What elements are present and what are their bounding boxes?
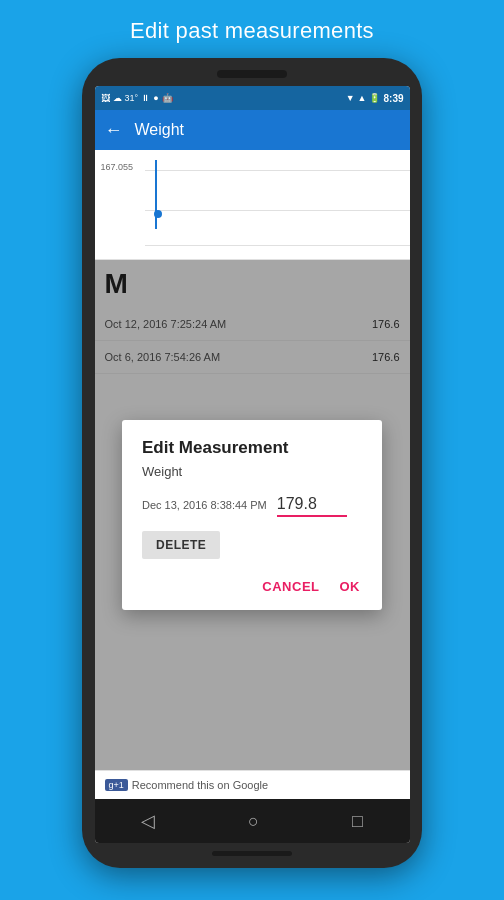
- battery-icon: 🔋: [369, 93, 380, 103]
- edit-measurement-dialog: Edit Measurement Weight Dec 13, 2016 8:3…: [122, 420, 382, 610]
- phone-device: 🖼 ☁ 31° ⏸ ● 🤖 ▼ ▲ 🔋 8:39 ← Weight 167.05…: [82, 58, 422, 868]
- google-plus-badge: g+1: [105, 779, 128, 791]
- chart-grid-top: [145, 170, 410, 171]
- google-recommend-row: g+1 Recommend this on Google: [95, 770, 410, 799]
- cancel-button[interactable]: CANCEL: [260, 575, 321, 598]
- cloud-icon: ☁: [113, 93, 122, 103]
- toolbar-title: Weight: [135, 121, 185, 139]
- content-area: M Oct 12, 2016 7:25:24 AM 176.6 Oct 6, 2…: [95, 260, 410, 770]
- android-icon: 🤖: [162, 93, 173, 103]
- home-nav-button[interactable]: ○: [248, 811, 259, 832]
- dialog-subtitle: Weight: [142, 464, 362, 479]
- chart-grid-bottom: [145, 245, 410, 246]
- chart-grid-mid: [145, 210, 410, 211]
- temperature-display: 31°: [125, 93, 139, 103]
- status-bar: 🖼 ☁ 31° ⏸ ● 🤖 ▼ ▲ 🔋 8:39: [95, 86, 410, 110]
- phone-bottom-bar: [212, 851, 292, 856]
- delete-button[interactable]: DELETE: [142, 531, 220, 559]
- dialog-date-label: Dec 13, 2016 8:38:44 PM: [142, 499, 267, 511]
- media-icon: ⏸: [141, 93, 150, 103]
- phone-screen: 🖼 ☁ 31° ⏸ ● 🤖 ▼ ▲ 🔋 8:39 ← Weight 167.05…: [95, 86, 410, 843]
- recents-nav-button[interactable]: □: [352, 811, 363, 832]
- chart-vertical-indicator: [155, 160, 157, 229]
- ok-button[interactable]: OK: [338, 575, 363, 598]
- back-nav-button[interactable]: ◁: [141, 810, 155, 832]
- page-title: Edit past measurements: [130, 0, 374, 58]
- dialog-overlay: Edit Measurement Weight Dec 13, 2016 8:3…: [95, 260, 410, 770]
- notification-icon: 🖼: [101, 93, 110, 103]
- navigation-bar: ◁ ○ □: [95, 799, 410, 843]
- wifi-icon: ▼: [346, 93, 355, 103]
- app-toolbar: ← Weight: [95, 110, 410, 150]
- circle-icon: ●: [153, 93, 158, 103]
- clock-display: 8:39: [383, 93, 403, 104]
- chart-data-point: [154, 210, 162, 218]
- signal-icon: ▲: [358, 93, 367, 103]
- dialog-actions: CANCEL OK: [142, 575, 362, 598]
- status-left: 🖼 ☁ 31° ⏸ ● 🤖: [101, 93, 173, 103]
- status-right: ▼ ▲ 🔋 8:39: [346, 93, 404, 104]
- phone-speaker: [217, 70, 287, 78]
- google-recommend-text: Recommend this on Google: [132, 779, 268, 791]
- chart-y-label: 167.055: [101, 162, 134, 172]
- weight-chart: 167.055: [95, 150, 410, 260]
- measurement-value-input[interactable]: [277, 493, 347, 517]
- dialog-title: Edit Measurement: [142, 438, 362, 458]
- dialog-input-row: Dec 13, 2016 8:38:44 PM: [142, 493, 362, 517]
- back-button[interactable]: ←: [105, 120, 123, 141]
